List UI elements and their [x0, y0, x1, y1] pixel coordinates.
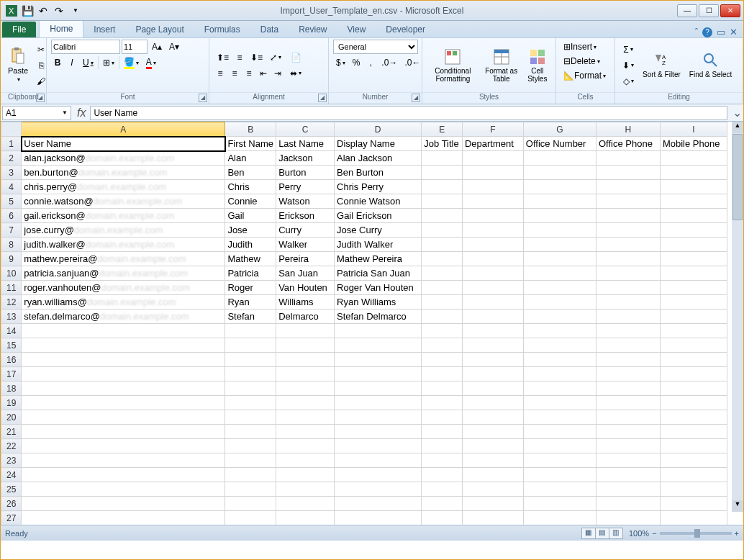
cell[interactable] [422, 497, 463, 511]
cell[interactable] [462, 252, 523, 266]
cell[interactable]: roger.vanhouten@domain.example.com [22, 281, 225, 295]
vertical-scrollbar[interactable]: ▲ ▼ [732, 122, 743, 512]
cell[interactable]: stefan.delmarco@domain.example.com [22, 310, 225, 324]
fx-icon[interactable]: fx [73, 107, 90, 119]
cell[interactable]: gail.erickson@domain.example.com [22, 209, 225, 223]
cell[interactable] [596, 381, 660, 396]
vscroll-thumb[interactable] [732, 134, 743, 220]
fill-icon[interactable]: ⬇▾ [620, 58, 637, 73]
cell[interactable] [660, 511, 727, 525]
cell[interactable] [422, 166, 463, 180]
cell[interactable] [422, 180, 463, 194]
cell[interactable] [596, 180, 660, 194]
cell[interactable] [276, 482, 335, 497]
cell[interactable] [660, 381, 727, 396]
row-header[interactable]: 6 [1, 209, 22, 223]
cell[interactable] [225, 482, 276, 497]
col-header-B[interactable]: B [225, 122, 276, 137]
merge-center-button[interactable]: ⬌▾ [287, 66, 304, 81]
cell[interactable] [462, 166, 523, 180]
cell[interactable] [660, 194, 727, 209]
increase-font-icon[interactable]: A▴ [149, 40, 165, 54]
cell[interactable] [596, 410, 660, 425]
cell[interactable]: Job Title [422, 137, 463, 151]
cell[interactable] [596, 425, 660, 439]
cell[interactable] [523, 166, 596, 180]
cell[interactable]: Delmarco [276, 310, 335, 324]
row-header[interactable]: 21 [1, 425, 22, 439]
cell[interactable] [422, 482, 463, 497]
cell[interactable] [596, 281, 660, 295]
cell[interactable]: Department [462, 137, 523, 151]
row-header[interactable]: 14 [1, 324, 22, 338]
tab-formulas[interactable]: Formulas [194, 22, 250, 37]
cell[interactable]: User Name [22, 137, 225, 151]
cell[interactable] [462, 497, 523, 511]
cell[interactable] [276, 381, 335, 396]
sort-filter-button[interactable]: AZSort & Filter [640, 50, 684, 80]
cell[interactable] [335, 381, 422, 396]
accounting-format-icon[interactable]: $▾ [333, 55, 348, 70]
cell[interactable] [225, 511, 276, 525]
cell[interactable] [660, 497, 727, 511]
cell[interactable]: Alan Jackson [335, 151, 422, 166]
cell[interactable] [335, 353, 422, 367]
cell[interactable] [422, 223, 463, 238]
cell[interactable]: Connie [225, 194, 276, 209]
align-bottom-icon[interactable]: ⬇≡ [248, 50, 266, 65]
cell[interactable]: Chris [225, 180, 276, 194]
cell[interactable] [276, 497, 335, 511]
cell[interactable]: Walker [276, 238, 335, 252]
cell[interactable] [225, 381, 276, 396]
align-middle-icon[interactable]: ≡ [233, 50, 246, 65]
cell[interactable] [276, 425, 335, 439]
cell[interactable] [523, 468, 596, 482]
cell[interactable] [523, 151, 596, 166]
cell[interactable] [596, 238, 660, 252]
cell[interactable] [276, 511, 335, 525]
cell[interactable] [22, 511, 225, 525]
cell[interactable] [660, 410, 727, 425]
cell[interactable] [660, 295, 727, 310]
cell[interactable] [462, 266, 523, 281]
cell[interactable] [276, 468, 335, 482]
cell[interactable]: chris.perry@domain.example.com [22, 180, 225, 194]
cell[interactable]: Roger Van Houten [335, 281, 422, 295]
cell[interactable] [225, 324, 276, 338]
cell[interactable] [335, 439, 422, 453]
cell[interactable] [276, 439, 335, 453]
cell[interactable] [523, 180, 596, 194]
row-header[interactable]: 4 [1, 180, 22, 194]
cell[interactable]: Connie Watson [335, 194, 422, 209]
cell[interactable]: Curry [276, 223, 335, 238]
cell[interactable]: Pereira [276, 252, 335, 266]
row-header[interactable]: 13 [1, 310, 22, 324]
cell[interactable] [660, 439, 727, 453]
row-header[interactable]: 19 [1, 396, 22, 410]
cell[interactable] [596, 252, 660, 266]
cell[interactable] [660, 482, 727, 497]
cell[interactable] [523, 482, 596, 497]
row-header[interactable]: 17 [1, 367, 22, 381]
cell[interactable] [523, 338, 596, 353]
cell[interactable] [596, 453, 660, 468]
cell[interactable] [523, 439, 596, 453]
row-header[interactable]: 7 [1, 223, 22, 238]
cell[interactable] [335, 338, 422, 353]
comma-format-icon[interactable]: , [364, 55, 377, 70]
formula-bar-expand-icon[interactable]: ⌄ [730, 106, 743, 119]
percent-format-icon[interactable]: % [350, 55, 363, 70]
cell[interactable] [523, 281, 596, 295]
window-restore-icon[interactable]: ▭ [717, 27, 725, 37]
cell[interactable] [523, 310, 596, 324]
cell[interactable] [422, 439, 463, 453]
row-header[interactable]: 8 [1, 238, 22, 252]
page-break-view-icon[interactable]: ▥ [609, 528, 623, 539]
cell[interactable] [462, 410, 523, 425]
tab-developer[interactable]: Developer [376, 22, 435, 37]
cell[interactable] [660, 468, 727, 482]
row-header[interactable]: 26 [1, 497, 22, 511]
cell[interactable] [523, 497, 596, 511]
cell[interactable] [422, 468, 463, 482]
cell[interactable] [660, 209, 727, 223]
